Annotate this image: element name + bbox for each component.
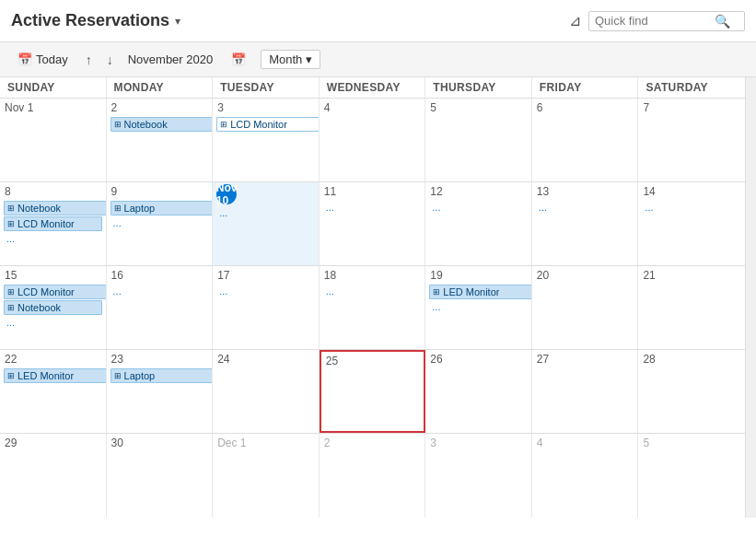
calendar-cell-w1-d1[interactable]: 9⊞Laptop... [107, 182, 214, 265]
more-items-link[interactable]: ... [323, 285, 422, 297]
more-items-link[interactable]: ... [216, 206, 315, 219]
scrollbar[interactable] [745, 77, 756, 518]
calendar-cell-w3-d1[interactable]: 23⊞Laptop [107, 350, 214, 433]
today-button[interactable]: 📅 Today [11, 50, 75, 69]
cell-number: 5 [642, 436, 650, 450]
calendar-week-2: 15⊞LCD Monitor⊞Notebook...16...17...18..… [0, 266, 745, 350]
filter-icon[interactable]: ⊿ [569, 12, 581, 29]
cell-number: Dec 1 [216, 436, 247, 450]
calendar-cell-w4-d0[interactable]: 29 [0, 434, 107, 518]
calendar-cell-w3-d2[interactable]: 24 [213, 350, 320, 433]
search-input[interactable] [595, 14, 715, 28]
view-selector[interactable]: Month ▾ [261, 50, 320, 69]
event-bar-icon: ⊞ [7, 301, 15, 314]
event-bar-label: LCD Monitor [17, 217, 75, 230]
calendar-cell-w4-d2[interactable]: Dec 1 [213, 434, 320, 518]
event-bar[interactable]: ⊞Notebook [110, 117, 214, 132]
event-bar-label: Notebook [17, 202, 61, 215]
calendar-cell-w2-d2[interactable]: 17... [213, 266, 320, 349]
more-items-link[interactable]: ... [429, 300, 528, 313]
calendar-cell-w3-d5[interactable]: 27 [532, 350, 639, 433]
calendar-cell-w1-d2[interactable]: Nov 10... [213, 182, 320, 265]
today-label: Today [36, 52, 68, 66]
more-items-link[interactable]: ... [4, 232, 102, 245]
calendar-cell-w1-d6[interactable]: 14... [638, 182, 745, 265]
event-bar[interactable]: ⊞LCD Monitor [4, 216, 102, 231]
calendar-cell-w1-d5[interactable]: 13... [532, 182, 639, 265]
calendar-cell-w4-d4[interactable]: 3 [425, 434, 532, 518]
more-items-link[interactable]: ... [642, 201, 741, 214]
event-bar[interactable]: ⊞Laptop [110, 201, 214, 215]
search-box[interactable]: 🔍 [588, 11, 745, 31]
calendar-cell-w0-d1[interactable]: 2⊞Notebook [107, 99, 214, 181]
cell-number: 13 [536, 184, 550, 199]
cell-number: 28 [642, 352, 656, 367]
more-items-link[interactable]: ... [4, 316, 102, 329]
cell-number: 15 [4, 268, 17, 283]
view-label: Month [269, 52, 302, 66]
cell-number: 26 [429, 352, 443, 367]
calendar-cell-w3-d3[interactable]: 25 [320, 350, 426, 433]
more-items-link[interactable]: ... [536, 201, 634, 214]
title-dropdown-icon[interactable]: ▾ [175, 15, 180, 28]
cell-number: 4 [323, 100, 331, 115]
calendar-cell-w3-d6[interactable]: 28 [638, 350, 745, 433]
calendar-week-0: Nov 12⊞Notebook3⊞LCD Monitor4567 [0, 99, 745, 182]
event-bar-label: LED Monitor [17, 369, 74, 382]
cell-number: 16 [110, 268, 124, 283]
calendar-cell-w4-d5[interactable]: 4 [532, 434, 639, 518]
calendar-cell-w1-d3[interactable]: 11... [320, 182, 426, 265]
more-items-link[interactable]: ... [110, 216, 209, 229]
event-bar-icon: ⊞ [7, 202, 15, 215]
calendar-cell-w0-d2[interactable]: 3⊞LCD Monitor [213, 99, 320, 181]
event-bar[interactable]: ⊞Notebook [4, 300, 102, 315]
event-bar-icon: ⊞ [433, 285, 440, 298]
event-bar[interactable]: ⊞Notebook [4, 201, 107, 215]
calendar-cell-w1-d4[interactable]: 12... [425, 182, 532, 265]
cell-number: 21 [642, 268, 656, 283]
cell-number: 30 [110, 436, 124, 450]
calendar-cell-w2-d5[interactable]: 20 [532, 266, 639, 349]
calendar-cell-w0-d4[interactable]: 5 [425, 99, 532, 181]
cell-number: 3 [216, 100, 225, 115]
event-bar-label: LED Monitor [443, 285, 499, 298]
event-bar-label: LCD Monitor [17, 285, 75, 298]
calendar-cell-w2-d1[interactable]: 16... [107, 266, 214, 349]
calendar-cell-w4-d1[interactable]: 30 [107, 434, 214, 518]
more-items-link[interactable]: ... [110, 285, 209, 297]
event-bar-label: Laptop [124, 202, 156, 215]
calendar-cell-w2-d0[interactable]: 15⊞LCD Monitor⊞Notebook... [0, 266, 107, 349]
calendar-cell-w3-d4[interactable]: 26 [425, 350, 532, 433]
event-bar[interactable]: ⊞LCD Monitor [4, 285, 107, 299]
more-items-link[interactable]: ... [323, 201, 422, 214]
event-bar-icon: ⊞ [114, 369, 122, 382]
calendar-toolbar: 📅 Today ↑ ↓ November 2020 📅 Month ▾ [0, 42, 756, 77]
event-bar[interactable]: ⊞Laptop [110, 368, 214, 383]
cell-number: 25 [325, 354, 339, 368]
event-bar[interactable]: ⊞LCD Monitor [216, 117, 320, 132]
nav-next-button[interactable]: ↓ [103, 51, 117, 69]
cell-number: 2 [323, 436, 331, 450]
calendar-cell-w2-d4[interactable]: 19⊞LED Monitor... [425, 266, 532, 349]
calendar-cell-w2-d6[interactable]: 21 [638, 266, 745, 349]
more-items-link[interactable]: ... [429, 201, 528, 214]
calendar-cell-w0-d5[interactable]: 6 [532, 99, 639, 181]
event-bar[interactable]: ⊞LED Monitor [4, 368, 107, 383]
calendar-cell-w1-d0[interactable]: 8⊞Notebook⊞LCD Monitor... [0, 182, 107, 265]
cell-number: 23 [110, 352, 124, 367]
day-header-wednesday: Wednesday [320, 77, 426, 98]
calendar-cell-w0-d0[interactable]: Nov 1 [0, 99, 107, 181]
event-bar[interactable]: ⊞LED Monitor [429, 285, 532, 299]
cell-number: 29 [4, 436, 17, 450]
more-items-link[interactable]: ... [216, 285, 315, 297]
calendar-cell-w0-d3[interactable]: 4 [320, 99, 426, 181]
calendar-cell-w4-d6[interactable]: 5 [638, 434, 745, 518]
day-header-friday: Friday [532, 77, 639, 98]
calendar-cell-w3-d0[interactable]: 22⊞LED Monitor [0, 350, 107, 433]
cell-number: 22 [4, 352, 17, 367]
calendar-cell-w0-d6[interactable]: 7 [638, 99, 745, 181]
day-headers-row: SundayMondayTuesdayWednesdayThursdayFrid… [0, 77, 745, 99]
nav-prev-button[interactable]: ↑ [82, 51, 96, 69]
calendar-cell-w2-d3[interactable]: 18... [320, 266, 426, 349]
calendar-cell-w4-d3[interactable]: 2 [320, 434, 426, 518]
